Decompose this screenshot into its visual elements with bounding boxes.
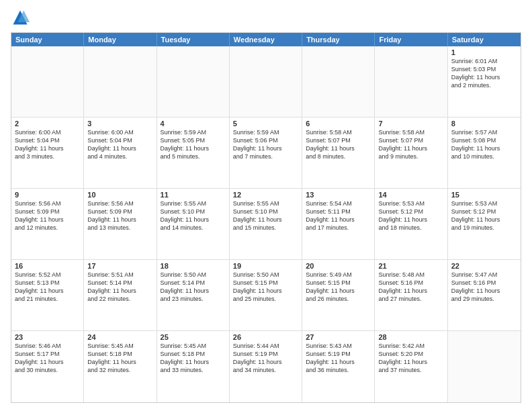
day-info: Sunrise: 5:58 AM Sunset: 5:07 PM Dayligh… (378, 128, 443, 161)
day-number: 7 (378, 120, 443, 128)
day-number: 8 (451, 120, 517, 128)
header (11, 8, 521, 27)
calendar-cell: 10Sunrise: 5:56 AM Sunset: 5:09 PM Dayli… (84, 189, 157, 259)
header-day-wednesday: Wednesday (230, 33, 302, 46)
calendar-cell (448, 331, 521, 402)
day-info: Sunrise: 5:48 AM Sunset: 5:16 PM Dayligh… (378, 271, 443, 304)
calendar-cell: 6Sunrise: 5:58 AM Sunset: 5:07 PM Daylig… (302, 118, 375, 188)
day-number: 20 (306, 262, 371, 270)
day-number: 1 (451, 48, 517, 56)
calendar-cell (375, 46, 447, 117)
calendar-row-4: 16Sunrise: 5:52 AM Sunset: 5:13 PM Dayli… (11, 260, 521, 331)
day-number: 27 (306, 333, 371, 341)
calendar-cell: 16Sunrise: 5:52 AM Sunset: 5:13 PM Dayli… (11, 260, 84, 330)
calendar-cell: 22Sunrise: 5:47 AM Sunset: 5:16 PM Dayli… (448, 260, 521, 330)
calendar-cell: 7Sunrise: 5:58 AM Sunset: 5:07 PM Daylig… (375, 118, 447, 188)
day-info: Sunrise: 6:00 AM Sunset: 5:04 PM Dayligh… (15, 128, 80, 161)
calendar-cell: 24Sunrise: 5:45 AM Sunset: 5:18 PM Dayli… (84, 331, 157, 402)
day-number: 21 (378, 262, 443, 270)
logo-icon (11, 8, 30, 27)
calendar-row-5: 23Sunrise: 5:46 AM Sunset: 5:17 PM Dayli… (11, 331, 521, 402)
day-number: 2 (15, 120, 80, 128)
day-info: Sunrise: 5:54 AM Sunset: 5:11 PM Dayligh… (306, 199, 371, 232)
day-info: Sunrise: 5:50 AM Sunset: 5:14 PM Dayligh… (161, 271, 226, 304)
calendar-cell (302, 46, 375, 117)
day-number: 12 (233, 191, 298, 199)
calendar-cell: 19Sunrise: 5:50 AM Sunset: 5:15 PM Dayli… (230, 260, 302, 330)
calendar-cell: 18Sunrise: 5:50 AM Sunset: 5:14 PM Dayli… (157, 260, 230, 330)
calendar-cell: 12Sunrise: 5:55 AM Sunset: 5:10 PM Dayli… (230, 189, 302, 259)
header-day-tuesday: Tuesday (157, 33, 230, 46)
day-number: 26 (233, 333, 298, 341)
day-number: 17 (87, 262, 152, 270)
header-day-friday: Friday (375, 33, 447, 46)
calendar-cell: 27Sunrise: 5:43 AM Sunset: 5:19 PM Dayli… (302, 331, 375, 402)
day-number: 16 (15, 262, 80, 270)
calendar-body: 1Sunrise: 6:01 AM Sunset: 5:03 PM Daylig… (11, 46, 521, 402)
calendar-cell: 8Sunrise: 5:57 AM Sunset: 5:08 PM Daylig… (448, 118, 521, 188)
calendar-cell (157, 46, 230, 117)
day-number: 19 (233, 262, 298, 270)
day-number: 5 (233, 120, 298, 128)
day-info: Sunrise: 5:59 AM Sunset: 5:05 PM Dayligh… (161, 128, 226, 161)
calendar-cell: 5Sunrise: 5:59 AM Sunset: 5:06 PM Daylig… (230, 118, 302, 188)
day-info: Sunrise: 5:56 AM Sunset: 5:09 PM Dayligh… (87, 199, 152, 232)
calendar: SundayMondayTuesdayWednesdayThursdayFrid… (11, 32, 521, 403)
day-info: Sunrise: 5:53 AM Sunset: 5:12 PM Dayligh… (451, 199, 517, 232)
day-info: Sunrise: 5:45 AM Sunset: 5:18 PM Dayligh… (161, 342, 226, 375)
calendar-cell: 17Sunrise: 5:51 AM Sunset: 5:14 PM Dayli… (84, 260, 157, 330)
calendar-cell: 13Sunrise: 5:54 AM Sunset: 5:11 PM Dayli… (302, 189, 375, 259)
calendar-cell: 25Sunrise: 5:45 AM Sunset: 5:18 PM Dayli… (157, 331, 230, 402)
calendar-cell: 21Sunrise: 5:48 AM Sunset: 5:16 PM Dayli… (375, 260, 447, 330)
calendar-cell: 14Sunrise: 5:53 AM Sunset: 5:12 PM Dayli… (375, 189, 447, 259)
logo (11, 8, 32, 27)
calendar-cell (11, 46, 84, 117)
day-number: 11 (161, 191, 226, 199)
calendar-cell: 2Sunrise: 6:00 AM Sunset: 5:04 PM Daylig… (11, 118, 84, 188)
day-info: Sunrise: 5:55 AM Sunset: 5:10 PM Dayligh… (161, 199, 226, 232)
day-info: Sunrise: 5:55 AM Sunset: 5:10 PM Dayligh… (233, 199, 298, 232)
day-number: 24 (87, 333, 152, 341)
day-info: Sunrise: 5:47 AM Sunset: 5:16 PM Dayligh… (451, 271, 517, 304)
header-day-thursday: Thursday (302, 33, 375, 46)
day-info: Sunrise: 6:01 AM Sunset: 5:03 PM Dayligh… (451, 57, 517, 90)
calendar-row-2: 2Sunrise: 6:00 AM Sunset: 5:04 PM Daylig… (11, 118, 521, 189)
calendar-header: SundayMondayTuesdayWednesdayThursdayFrid… (11, 33, 521, 46)
day-info: Sunrise: 5:51 AM Sunset: 5:14 PM Dayligh… (87, 271, 152, 304)
day-number: 28 (378, 333, 443, 341)
day-number: 4 (161, 120, 226, 128)
day-number: 9 (15, 191, 80, 199)
day-info: Sunrise: 5:45 AM Sunset: 5:18 PM Dayligh… (87, 342, 152, 375)
calendar-row-3: 9Sunrise: 5:56 AM Sunset: 5:09 PM Daylig… (11, 189, 521, 260)
header-day-sunday: Sunday (11, 33, 84, 46)
day-number: 18 (161, 262, 226, 270)
day-number: 15 (451, 191, 517, 199)
day-info: Sunrise: 5:44 AM Sunset: 5:19 PM Dayligh… (233, 342, 298, 375)
calendar-cell (230, 46, 302, 117)
day-number: 23 (15, 333, 80, 341)
header-day-monday: Monday (84, 33, 157, 46)
header-day-saturday: Saturday (448, 33, 521, 46)
calendar-cell (84, 46, 157, 117)
page: SundayMondayTuesdayWednesdayThursdayFrid… (0, 0, 532, 411)
day-info: Sunrise: 5:57 AM Sunset: 5:08 PM Dayligh… (451, 128, 517, 161)
day-number: 14 (378, 191, 443, 199)
day-info: Sunrise: 5:50 AM Sunset: 5:15 PM Dayligh… (233, 271, 298, 304)
calendar-cell: 11Sunrise: 5:55 AM Sunset: 5:10 PM Dayli… (157, 189, 230, 259)
day-number: 10 (87, 191, 152, 199)
day-info: Sunrise: 5:53 AM Sunset: 5:12 PM Dayligh… (378, 199, 443, 232)
day-number: 3 (87, 120, 152, 128)
calendar-cell: 1Sunrise: 6:01 AM Sunset: 5:03 PM Daylig… (448, 46, 521, 117)
day-info: Sunrise: 5:52 AM Sunset: 5:13 PM Dayligh… (15, 271, 80, 304)
day-info: Sunrise: 5:46 AM Sunset: 5:17 PM Dayligh… (15, 342, 80, 375)
calendar-cell: 20Sunrise: 5:49 AM Sunset: 5:15 PM Dayli… (302, 260, 375, 330)
day-number: 22 (451, 262, 517, 270)
calendar-cell: 15Sunrise: 5:53 AM Sunset: 5:12 PM Dayli… (448, 189, 521, 259)
calendar-cell: 3Sunrise: 6:00 AM Sunset: 5:04 PM Daylig… (84, 118, 157, 188)
day-info: Sunrise: 5:56 AM Sunset: 5:09 PM Dayligh… (15, 199, 80, 232)
day-info: Sunrise: 6:00 AM Sunset: 5:04 PM Dayligh… (87, 128, 152, 161)
calendar-cell: 9Sunrise: 5:56 AM Sunset: 5:09 PM Daylig… (11, 189, 84, 259)
calendar-cell: 4Sunrise: 5:59 AM Sunset: 5:05 PM Daylig… (157, 118, 230, 188)
day-info: Sunrise: 5:43 AM Sunset: 5:19 PM Dayligh… (306, 342, 371, 375)
day-number: 25 (161, 333, 226, 341)
